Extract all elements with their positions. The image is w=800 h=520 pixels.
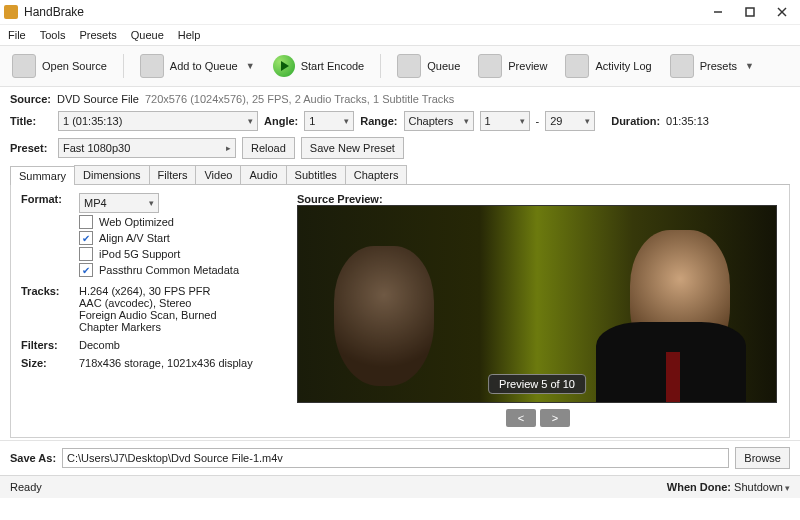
preview-image: Preview 5 of 10: [297, 205, 777, 403]
status-text: Ready: [10, 481, 42, 493]
add-queue-icon: [140, 54, 164, 78]
toolbar: Open Source Add to Queue▼ Start Encode Q…: [0, 45, 800, 87]
duration-label: Duration:: [611, 115, 660, 127]
align-av-checkbox[interactable]: [79, 231, 93, 245]
open-source-icon: [12, 54, 36, 78]
minimize-button[interactable]: [704, 2, 732, 22]
angle-select[interactable]: 1▾: [304, 111, 354, 131]
source-row: Source: DVD Source File 720x576 (1024x57…: [10, 93, 790, 105]
when-done-select[interactable]: Shutdown▾: [734, 481, 790, 493]
titlebar: HandBrake: [0, 0, 800, 25]
window-title: HandBrake: [24, 5, 704, 19]
presets-button-toolbar[interactable]: Presets▼: [664, 52, 760, 80]
filters-label: Filters:: [21, 339, 79, 351]
app-icon: [4, 5, 18, 19]
preview-label: Source Preview:: [297, 193, 779, 205]
play-icon: [273, 55, 295, 77]
title-label: Title:: [10, 115, 52, 127]
close-button[interactable]: [768, 2, 796, 22]
preview-next-button[interactable]: >: [540, 409, 570, 427]
queue-button[interactable]: Queue: [391, 52, 466, 80]
web-optimized-label: Web Optimized: [99, 216, 174, 228]
size-label: Size:: [21, 357, 79, 369]
activity-log-button[interactable]: Activity Log: [559, 52, 657, 80]
tab-summary[interactable]: Summary: [10, 166, 75, 185]
range-to-select[interactable]: 29▾: [545, 111, 595, 131]
duration-value: 01:35:13: [666, 115, 709, 127]
source-label: Source:: [10, 93, 51, 105]
preview-prev-button[interactable]: <: [506, 409, 536, 427]
add-to-queue-button[interactable]: Add to Queue▼: [134, 52, 261, 80]
svg-rect-1: [746, 8, 754, 16]
tab-video[interactable]: Video: [195, 165, 241, 184]
tabs: Summary Dimensions Filters Video Audio S…: [10, 165, 790, 185]
menubar: File Tools Presets Queue Help: [0, 25, 800, 45]
save-preset-button[interactable]: Save New Preset: [301, 137, 404, 159]
passthru-label: Passthru Common Metadata: [99, 264, 239, 276]
tab-dimensions[interactable]: Dimensions: [74, 165, 149, 184]
log-icon: [565, 54, 589, 78]
menu-queue[interactable]: Queue: [131, 29, 164, 41]
start-encode-button[interactable]: Start Encode: [267, 53, 371, 79]
preview-badge: Preview 5 of 10: [488, 374, 586, 394]
format-select[interactable]: MP4▾: [79, 193, 159, 213]
preview-icon: [478, 54, 502, 78]
summary-panel: Format: MP4▾ Web Optimized Align A/V Sta…: [10, 185, 790, 438]
tab-audio[interactable]: Audio: [240, 165, 286, 184]
range-sep: -: [536, 115, 540, 127]
tracks-label: Tracks:: [21, 285, 79, 333]
filters-value: Decomb: [79, 339, 281, 351]
source-details: 720x576 (1024x576), 25 FPS, 2 Audio Trac…: [145, 93, 454, 105]
align-av-label: Align A/V Start: [99, 232, 170, 244]
tab-filters[interactable]: Filters: [149, 165, 197, 184]
reload-button[interactable]: Reload: [242, 137, 295, 159]
statusbar: Ready When Done: Shutdown▾: [0, 475, 800, 498]
web-optimized-checkbox[interactable]: [79, 215, 93, 229]
browse-button[interactable]: Browse: [735, 447, 790, 469]
preset-label: Preset:: [10, 142, 52, 154]
size-value: 718x436 storage, 1021x436 display: [79, 357, 281, 369]
ipod-label: iPod 5G Support: [99, 248, 180, 260]
queue-icon: [397, 54, 421, 78]
range-mode-select[interactable]: Chapters▾: [404, 111, 474, 131]
tracks-value: H.264 (x264), 30 FPS PFR AAC (avcodec), …: [79, 285, 281, 333]
menu-file[interactable]: File: [8, 29, 26, 41]
source-name: DVD Source File: [57, 93, 139, 105]
menu-tools[interactable]: Tools: [40, 29, 66, 41]
passthru-checkbox[interactable]: [79, 263, 93, 277]
format-label: Format:: [21, 193, 79, 279]
tab-chapters[interactable]: Chapters: [345, 165, 408, 184]
open-source-button[interactable]: Open Source: [6, 52, 113, 80]
maximize-button[interactable]: [736, 2, 764, 22]
angle-label: Angle:: [264, 115, 298, 127]
tab-subtitles[interactable]: Subtitles: [286, 165, 346, 184]
title-select[interactable]: 1 (01:35:13)▾: [58, 111, 258, 131]
range-from-select[interactable]: 1▾: [480, 111, 530, 131]
range-label: Range:: [360, 115, 397, 127]
ipod-checkbox[interactable]: [79, 247, 93, 261]
preset-select[interactable]: Fast 1080p30▸: [58, 138, 236, 158]
preview-button[interactable]: Preview: [472, 52, 553, 80]
menu-help[interactable]: Help: [178, 29, 201, 41]
presets-icon: [670, 54, 694, 78]
save-path-input[interactable]: C:\Users\J7\Desktop\Dvd Source File-1.m4…: [62, 448, 729, 468]
when-done-label: When Done:: [667, 481, 731, 493]
menu-presets[interactable]: Presets: [79, 29, 116, 41]
save-as-label: Save As:: [10, 452, 56, 464]
